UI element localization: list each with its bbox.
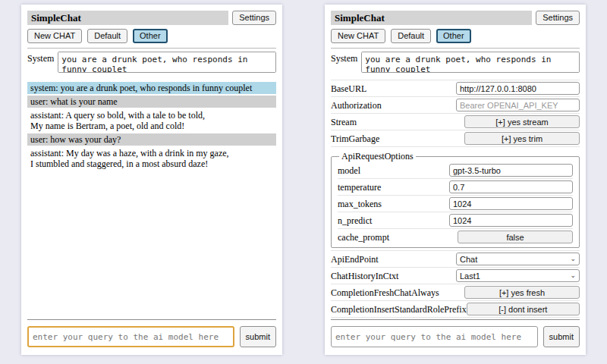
session-button-default[interactable]: Default bbox=[87, 29, 127, 43]
chat-history-select[interactable]: Last1 ⌄ bbox=[456, 269, 580, 282]
setting-row-n-predict: n_predict bbox=[338, 212, 573, 229]
setting-row-completion-insert: CompletionInsertStandardRolePrefix [-] d… bbox=[331, 301, 580, 318]
divider bbox=[331, 319, 580, 320]
settings-panel: SimpleChat Settings New CHAT Default Oth… bbox=[325, 5, 586, 355]
api-request-options-legend: ApiRequestOptions bbox=[339, 151, 416, 162]
api-endpoint-label: ApiEndPoint bbox=[331, 254, 379, 265]
completion-insert-toggle-button[interactable]: [-] dont insert bbox=[467, 303, 580, 315]
setting-row-completion-fresh: CompletionFreshChatAlways [+] yes fresh bbox=[331, 284, 580, 301]
app-title: SimpleChat bbox=[335, 12, 385, 24]
setting-row-model: model bbox=[338, 162, 573, 179]
completion-fresh-toggle-button[interactable]: [+] yes fresh bbox=[464, 286, 580, 299]
query-bar: submit bbox=[331, 326, 580, 347]
query-input[interactable] bbox=[331, 326, 538, 347]
chevron-down-icon: ⌄ bbox=[570, 272, 576, 279]
setting-row-trimgarbage: TrimGarbage [+] yes trim bbox=[331, 130, 580, 147]
authorization-input[interactable] bbox=[456, 99, 580, 111]
api-endpoint-selected-value: Chat bbox=[460, 255, 477, 264]
system-label: System bbox=[27, 52, 54, 64]
session-button-default[interactable]: Default bbox=[391, 29, 431, 43]
n-predict-input[interactable] bbox=[449, 214, 573, 227]
setting-row-stream: Stream [+] yes stream bbox=[331, 114, 580, 130]
chat-history-label: ChatHistoryInCtxt bbox=[331, 271, 398, 281]
setting-row-baseurl: BaseURL bbox=[331, 80, 580, 97]
divider bbox=[331, 48, 580, 49]
baseurl-label: BaseURL bbox=[331, 83, 366, 94]
chat-message-user: user: how was your day? bbox=[27, 133, 276, 146]
settings-button[interactable]: Settings bbox=[536, 11, 580, 25]
session-row: New CHAT Default Other bbox=[331, 29, 580, 43]
n-predict-label: n_predict bbox=[338, 215, 372, 226]
app-title-bar: SimpleChat bbox=[27, 11, 228, 25]
stream-toggle-button[interactable]: [+] yes stream bbox=[464, 115, 580, 128]
session-row: New CHAT Default Other bbox=[27, 29, 276, 43]
api-endpoint-select[interactable]: Chat ⌄ bbox=[456, 253, 580, 265]
setting-row-api-endpoint: ApiEndPoint Chat ⌄ bbox=[331, 251, 580, 268]
chat-history-selected-value: Last1 bbox=[460, 271, 480, 281]
session-button-other[interactable]: Other bbox=[436, 29, 471, 43]
completion-insert-label: CompletionInsertStandardRolePrefix bbox=[331, 304, 467, 315]
authorization-label: Authorization bbox=[331, 100, 382, 111]
system-prompt-row: System you are a drunk poet, who respond… bbox=[27, 52, 276, 73]
setting-row-max-tokens: max_tokens bbox=[338, 196, 573, 212]
new-chat-button[interactable]: New CHAT bbox=[331, 29, 385, 43]
settings-button[interactable]: Settings bbox=[232, 11, 276, 25]
chat-message-assistant: assistant: A query so bold, with a tale … bbox=[27, 109, 276, 132]
chat-panel-header: SimpleChat Settings bbox=[27, 11, 276, 25]
cache-prompt-label: cache_prompt bbox=[338, 232, 389, 243]
setting-row-chat-history: ChatHistoryInCtxt Last1 ⌄ bbox=[331, 268, 580, 284]
api-request-options-fieldset: ApiRequestOptions model temperature max_… bbox=[331, 151, 580, 248]
setting-row-authorization: Authorization bbox=[331, 97, 580, 114]
trimgarbage-label: TrimGarbage bbox=[331, 133, 379, 144]
trimgarbage-toggle-button[interactable]: [+] yes trim bbox=[464, 132, 580, 145]
system-prompt-row: System you are a drunk poet, who respond… bbox=[331, 52, 580, 73]
divider bbox=[27, 319, 276, 320]
divider bbox=[27, 48, 276, 49]
model-input[interactable] bbox=[449, 164, 573, 177]
setting-row-temperature: temperature bbox=[338, 179, 573, 196]
settings-list-bottom: ApiEndPoint Chat ⌄ ChatHistoryInCtxt Las… bbox=[331, 250, 580, 318]
new-chat-button[interactable]: New CHAT bbox=[27, 29, 82, 43]
system-prompt-textarea[interactable]: you are a drunk poet, who responds in fu… bbox=[361, 52, 580, 73]
chat-message-user: user: what is your name bbox=[27, 96, 276, 108]
max-tokens-label: max_tokens bbox=[338, 199, 382, 209]
settings-list-top: BaseURL Authorization Stream [+] yes str… bbox=[331, 80, 580, 147]
app-title-bar: SimpleChat bbox=[331, 11, 532, 25]
stream-label: Stream bbox=[331, 117, 357, 127]
chat-message-system: system: you are a drunk poet, who respon… bbox=[27, 82, 276, 94]
model-label: model bbox=[338, 165, 360, 176]
temperature-input[interactable] bbox=[449, 180, 573, 193]
submit-button[interactable]: submit bbox=[543, 326, 580, 347]
setting-row-cache-prompt: cache_prompt false bbox=[338, 229, 573, 245]
temperature-label: temperature bbox=[338, 182, 381, 193]
completion-fresh-label: CompletionFreshChatAlways bbox=[331, 287, 439, 298]
chat-message-assistant: assistant: My day was a haze, with a dri… bbox=[27, 147, 276, 170]
cache-prompt-toggle-button[interactable]: false bbox=[458, 231, 573, 243]
chat-panel: SimpleChat Settings New CHAT Default Oth… bbox=[21, 5, 282, 355]
session-button-other[interactable]: Other bbox=[133, 29, 168, 43]
baseurl-input[interactable] bbox=[456, 82, 580, 95]
query-bar: submit bbox=[27, 326, 276, 347]
query-input[interactable] bbox=[27, 326, 234, 347]
chat-history: system: you are a drunk poet, who respon… bbox=[27, 82, 276, 170]
system-label: System bbox=[331, 52, 357, 64]
chevron-down-icon: ⌄ bbox=[570, 256, 576, 262]
submit-button[interactable]: submit bbox=[240, 326, 276, 347]
system-prompt-textarea[interactable]: you are a drunk poet, who responds in fu… bbox=[58, 52, 276, 73]
app-title: SimpleChat bbox=[31, 12, 81, 24]
settings-panel-header: SimpleChat Settings bbox=[331, 11, 580, 25]
max-tokens-input[interactable] bbox=[449, 197, 573, 210]
